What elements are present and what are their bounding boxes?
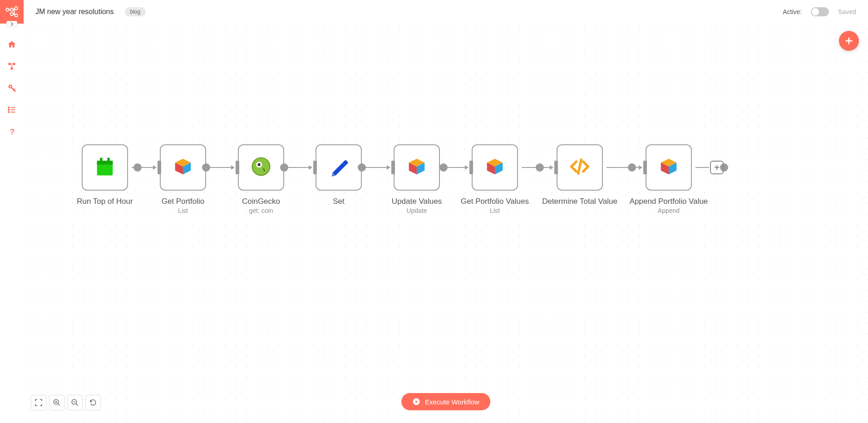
connector-n4-n5[interactable] bbox=[365, 167, 390, 168]
output-port[interactable] bbox=[628, 163, 636, 172]
app-logo[interactable] bbox=[0, 0, 24, 24]
node-box[interactable] bbox=[646, 144, 692, 191]
add-node-button[interactable] bbox=[839, 31, 859, 51]
input-port[interactable] bbox=[643, 161, 647, 174]
node-n7[interactable]: Determine Total Value bbox=[557, 144, 632, 206]
list-icon bbox=[7, 105, 16, 114]
svg-rect-5 bbox=[9, 63, 11, 65]
node-n8[interactable]: Append Portfolio ValueAppend bbox=[646, 144, 724, 214]
node-icon bbox=[657, 155, 681, 180]
sidebar-expand-handle[interactable] bbox=[6, 21, 17, 27]
workflows-icon bbox=[7, 62, 16, 71]
node-box[interactable] bbox=[557, 144, 603, 191]
svg-line-33 bbox=[76, 403, 78, 406]
node-n4[interactable]: Set bbox=[316, 144, 362, 206]
svg-point-13 bbox=[8, 107, 10, 108]
code-icon bbox=[568, 155, 592, 178]
node-icon bbox=[405, 155, 429, 180]
svg-point-9 bbox=[10, 86, 11, 87]
output-port[interactable] bbox=[536, 163, 544, 172]
node-title: Determine Total Value bbox=[542, 197, 617, 206]
output-port[interactable] bbox=[358, 163, 366, 172]
reset-button[interactable] bbox=[85, 395, 101, 410]
zoom-out-button[interactable] bbox=[67, 395, 83, 410]
connector-n3-n4[interactable] bbox=[288, 167, 312, 168]
n8n-logo-icon bbox=[5, 5, 19, 19]
terminal-connector bbox=[695, 167, 709, 168]
svg-point-3 bbox=[10, 13, 13, 15]
input-port[interactable] bbox=[313, 161, 317, 174]
coingecko-icon bbox=[249, 155, 273, 178]
sidebar-item-help[interactable]: ? bbox=[0, 121, 24, 143]
sidebar-item-workflows[interactable] bbox=[0, 55, 24, 77]
home-icon bbox=[7, 40, 16, 49]
question-icon: ? bbox=[7, 127, 16, 136]
node-icon bbox=[568, 155, 592, 180]
canvas-toolbar bbox=[31, 395, 101, 410]
svg-point-0 bbox=[6, 8, 9, 11]
node-n2[interactable]: Get PortfolioList bbox=[160, 144, 206, 214]
zoom-in-icon bbox=[53, 398, 61, 407]
node-icon bbox=[171, 155, 195, 180]
workflow-title[interactable]: JM new year resolutions bbox=[35, 8, 114, 16]
output-port[interactable] bbox=[439, 163, 448, 172]
input-port[interactable] bbox=[554, 161, 558, 174]
output-port[interactable] bbox=[280, 163, 288, 172]
svg-rect-21 bbox=[100, 158, 102, 163]
node-subtitle: Append bbox=[630, 207, 708, 214]
key-icon bbox=[7, 84, 16, 93]
node-box[interactable] bbox=[394, 144, 440, 191]
svg-line-27 bbox=[578, 160, 582, 173]
add-connected-node-button[interactable]: + bbox=[710, 161, 724, 174]
node-n5[interactable]: Update ValuesUpdate bbox=[394, 144, 444, 214]
active-toggle[interactable] bbox=[811, 7, 829, 16]
fit-view-button[interactable] bbox=[31, 395, 46, 410]
node-title: Set bbox=[316, 197, 362, 206]
node-icon bbox=[327, 155, 350, 180]
box-icon bbox=[405, 155, 429, 178]
sidebar-item-home[interactable] bbox=[0, 34, 24, 55]
node-box[interactable] bbox=[160, 144, 206, 191]
node-title: Run Top of Hour bbox=[77, 197, 133, 206]
play-circle-icon bbox=[412, 398, 420, 406]
workflow-tag[interactable]: blog bbox=[125, 7, 146, 16]
box-icon bbox=[171, 155, 195, 178]
node-icon bbox=[249, 155, 273, 180]
plus-icon bbox=[844, 36, 854, 46]
execute-workflow-button[interactable]: Execute Workflow bbox=[401, 393, 490, 410]
input-port[interactable] bbox=[236, 161, 239, 174]
undo-icon bbox=[89, 398, 97, 407]
chevron-right-icon bbox=[10, 22, 14, 26]
input-port[interactable] bbox=[391, 161, 395, 174]
sidebar-item-executions[interactable] bbox=[0, 99, 24, 121]
zoom-in-button[interactable] bbox=[49, 395, 64, 410]
output-port[interactable] bbox=[133, 163, 142, 172]
svg-point-26 bbox=[257, 163, 261, 166]
node-box[interactable] bbox=[238, 144, 284, 191]
node-box[interactable] bbox=[316, 144, 362, 191]
input-port[interactable] bbox=[158, 161, 161, 174]
node-n6[interactable]: Get Portfolio ValuesList bbox=[472, 144, 540, 214]
node-box[interactable] bbox=[472, 144, 518, 191]
sidebar-item-credentials[interactable] bbox=[0, 77, 24, 99]
svg-text:?: ? bbox=[10, 128, 15, 136]
node-subtitle: get: coin bbox=[238, 207, 284, 214]
input-port[interactable] bbox=[469, 161, 473, 174]
node-n1[interactable]: Run Top of Hour bbox=[82, 144, 138, 206]
connector-n2-n3[interactable] bbox=[210, 167, 234, 168]
svg-point-4 bbox=[15, 14, 17, 17]
node-title: Get Portfolio Values bbox=[461, 197, 529, 206]
sidebar: ? bbox=[0, 0, 24, 423]
header: JM new year resolutions blog Active: Sav… bbox=[24, 0, 868, 24]
node-icon bbox=[93, 155, 117, 180]
node-box[interactable] bbox=[82, 144, 128, 191]
fit-icon bbox=[35, 398, 43, 407]
workflow-canvas[interactable]: Run Top of Hour Get PortfolioList CoinGe… bbox=[24, 24, 868, 423]
node-title: Get Portfolio bbox=[160, 197, 206, 206]
node-n3[interactable]: CoinGeckoget: coin bbox=[238, 144, 284, 214]
svg-line-29 bbox=[58, 403, 60, 406]
pencil-icon bbox=[327, 155, 350, 178]
svg-point-2 bbox=[15, 7, 17, 10]
output-port[interactable] bbox=[202, 163, 210, 172]
node-title: Update Values bbox=[392, 197, 442, 206]
